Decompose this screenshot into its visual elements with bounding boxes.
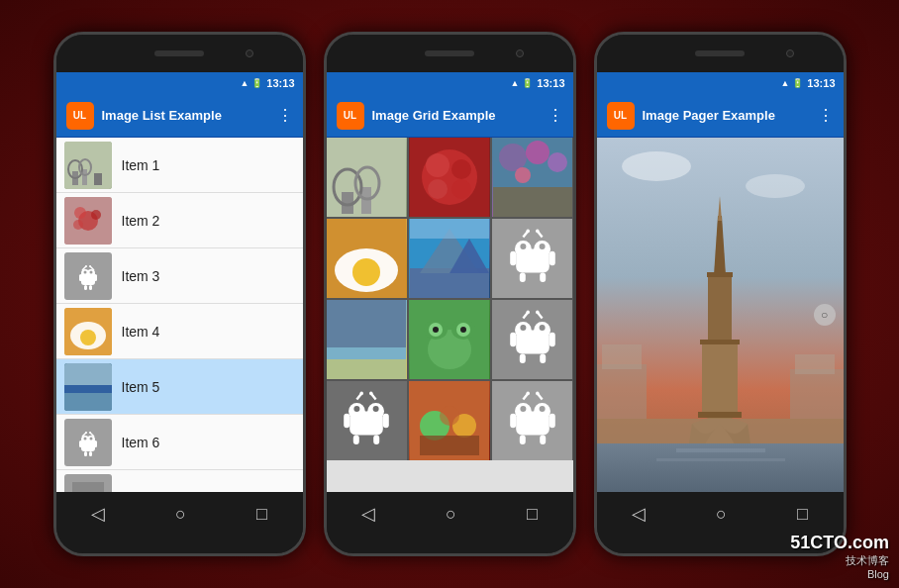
- list-item[interactable]: Item 2: [56, 193, 303, 248]
- grid-cell-8[interactable]: [409, 300, 490, 379]
- svg-rect-18: [94, 274, 97, 281]
- svg-point-37: [89, 437, 92, 440]
- svg-rect-46: [72, 482, 104, 493]
- svg-point-9: [91, 210, 101, 220]
- grid-cell-1[interactable]: [327, 138, 408, 217]
- recent-button-3[interactable]: □: [797, 504, 808, 525]
- back-button-3[interactable]: ◁: [632, 503, 646, 525]
- home-button-2[interactable]: ○: [446, 504, 456, 525]
- menu-dots-3[interactable]: ⋮: [818, 106, 834, 125]
- grid-cell-12[interactable]: [492, 381, 573, 460]
- grid-cell-10[interactable]: [327, 381, 408, 460]
- svg-rect-161: [676, 448, 765, 452]
- grid-cell-7[interactable]: [327, 300, 408, 379]
- svg-rect-0: [64, 142, 112, 189]
- svg-point-63: [515, 167, 531, 183]
- svg-point-10: [73, 220, 83, 230]
- list-view: Item 1 Item 2 Item 3 Item 4: [56, 138, 303, 492]
- grid-cell-11[interactable]: [409, 381, 490, 460]
- app-logo-1: UL: [66, 102, 94, 130]
- phone-camera-2: [516, 49, 524, 57]
- svg-rect-81: [519, 272, 525, 282]
- svg-rect-106: [549, 333, 554, 346]
- pager-screen: ○: [597, 138, 844, 492]
- list-item[interactable]: Item 3: [56, 248, 303, 304]
- back-button-1[interactable]: ◁: [91, 503, 105, 525]
- svg-rect-120: [383, 414, 389, 428]
- svg-point-36: [83, 437, 86, 440]
- phone-speaker-2: [425, 50, 474, 56]
- svg-point-125: [360, 392, 364, 396]
- svg-rect-166: [795, 354, 835, 374]
- pager-view[interactable]: ○: [597, 138, 844, 492]
- recent-button-2[interactable]: □: [527, 504, 538, 525]
- grid-cell-3[interactable]: [492, 138, 573, 217]
- menu-dots-2[interactable]: ⋮: [548, 106, 563, 125]
- phone-top-2: [327, 35, 573, 72]
- thumb-egg-1: [64, 308, 112, 355]
- time-1: 13:13: [266, 77, 294, 89]
- watermark-sub1: 技术博客: [790, 553, 889, 568]
- status-bar-3: ▲ 🔋 13:13: [597, 72, 844, 94]
- list-item[interactable]: Item 5: [56, 359, 303, 415]
- list-item-label-3: Item 3: [122, 268, 160, 284]
- svg-point-45: [89, 432, 91, 434]
- svg-rect-122: [374, 435, 380, 444]
- app-bar-3: UL Image Pager Example ⋮: [597, 94, 844, 138]
- home-button-1[interactable]: ○: [175, 504, 186, 525]
- svg-rect-59: [493, 187, 572, 217]
- svg-rect-107: [519, 353, 525, 363]
- svg-rect-17: [79, 274, 82, 281]
- svg-rect-163: [597, 364, 647, 419]
- svg-rect-131: [420, 436, 479, 455]
- svg-point-144: [526, 392, 530, 396]
- app-title-2: Image Grid Example: [372, 108, 548, 123]
- thumb-flower-1: [64, 197, 112, 245]
- svg-rect-40: [84, 451, 87, 456]
- phone-grid: ▲ 🔋 13:13 UL Image Grid Example ⋮: [324, 32, 576, 556]
- list-item-label-5: Item 5: [122, 379, 160, 395]
- svg-rect-20: [89, 285, 92, 290]
- phone-bezel-2: [327, 536, 573, 553]
- svg-rect-141: [540, 435, 546, 444]
- list-item[interactable]: Item 6: [56, 415, 303, 470]
- svg-rect-79: [510, 251, 516, 265]
- svg-point-54: [426, 153, 450, 177]
- svg-point-136: [520, 406, 526, 412]
- svg-rect-72: [410, 219, 489, 239]
- recent-button-1[interactable]: □: [256, 504, 267, 525]
- svg-point-145: [536, 392, 540, 396]
- menu-dots-1[interactable]: ⋮: [277, 106, 293, 125]
- thumb-android-2: [64, 419, 112, 466]
- status-bar-2: ▲ 🔋 13:13: [327, 72, 573, 94]
- grid-cell-5[interactable]: [409, 219, 490, 298]
- svg-point-16: [89, 270, 92, 273]
- grid-cell-6[interactable]: [492, 219, 573, 298]
- grid-screen: [327, 138, 573, 492]
- phone-nav-3: ◁ ○ □: [597, 492, 844, 536]
- list-item[interactable]: Item 4: [56, 304, 303, 359]
- svg-point-77: [520, 244, 526, 249]
- phone-top-3: [597, 35, 844, 72]
- phone-top-1: [56, 35, 303, 72]
- svg-point-98: [460, 327, 466, 333]
- svg-point-24: [89, 265, 91, 267]
- svg-point-148: [746, 174, 805, 198]
- grid-cell-2[interactable]: [409, 138, 490, 217]
- svg-rect-164: [602, 344, 642, 369]
- list-item-label-6: Item 6: [122, 435, 160, 450]
- list-item[interactable]: Item 1: [56, 138, 303, 193]
- svg-point-147: [622, 151, 691, 181]
- back-button-2[interactable]: ◁: [361, 503, 375, 525]
- signal-icon-3: ▲: [780, 78, 789, 88]
- grid-cell-9[interactable]: [492, 300, 573, 379]
- thumb-sculpture-1: [64, 142, 112, 189]
- svg-rect-155: [700, 340, 740, 344]
- list-item[interactable]: Item 7: [56, 470, 303, 492]
- grid-cell-4[interactable]: [327, 219, 408, 298]
- watermark-site: 51CTO.com: [790, 533, 889, 553]
- home-button-3[interactable]: ○: [716, 504, 727, 525]
- svg-point-85: [526, 230, 530, 234]
- svg-rect-151: [708, 275, 732, 344]
- thumb-android-1: [64, 252, 112, 300]
